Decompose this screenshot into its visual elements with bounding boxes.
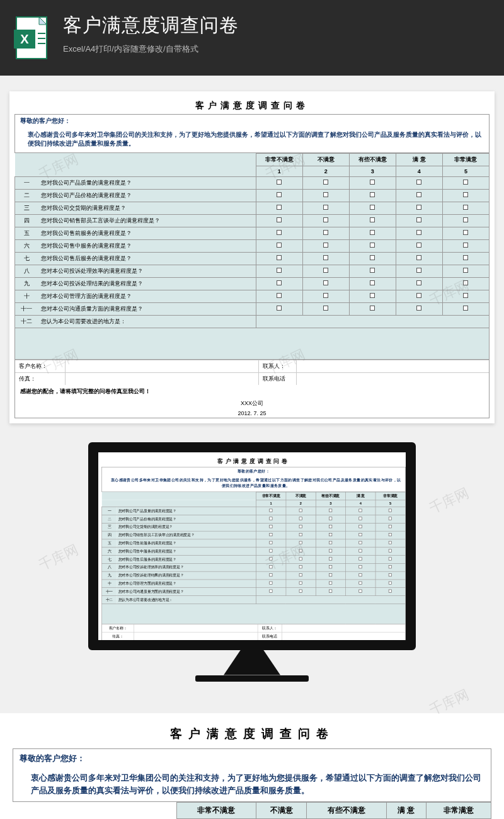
checkbox-cell[interactable] xyxy=(302,189,349,202)
checkbox-icon[interactable] xyxy=(463,280,468,285)
checkbox-icon[interactable] xyxy=(389,533,392,536)
checkbox-cell[interactable] xyxy=(442,277,489,290)
checkbox-icon[interactable] xyxy=(359,517,362,520)
checkbox-cell[interactable] xyxy=(346,515,375,523)
checkbox-cell[interactable] xyxy=(375,571,405,579)
checkbox-cell[interactable] xyxy=(396,202,442,214)
checkbox-cell[interactable] xyxy=(316,579,345,587)
checkbox-icon[interactable] xyxy=(329,517,332,520)
checkbox-cell[interactable] xyxy=(442,302,489,315)
checkbox-icon[interactable] xyxy=(323,243,328,248)
checkbox-cell[interactable] xyxy=(256,587,285,595)
checkbox-icon[interactable] xyxy=(323,205,328,210)
checkbox-cell[interactable] xyxy=(375,530,405,539)
checkbox-icon[interactable] xyxy=(370,243,375,248)
checkbox-icon[interactable] xyxy=(299,589,302,592)
checkbox-icon[interactable] xyxy=(269,589,272,592)
checkbox-icon[interactable] xyxy=(323,192,328,197)
checkbox-icon[interactable] xyxy=(463,192,468,197)
checkbox-cell[interactable] xyxy=(396,302,442,315)
checkbox-icon[interactable] xyxy=(370,293,375,298)
checkbox-icon[interactable] xyxy=(463,243,468,248)
checkbox-icon[interactable] xyxy=(416,255,421,260)
checkbox-icon[interactable] xyxy=(299,508,302,512)
checkbox-icon[interactable] xyxy=(389,525,392,528)
checkbox-cell[interactable] xyxy=(256,302,302,315)
checkbox-icon[interactable] xyxy=(416,243,421,248)
checkbox-cell[interactable] xyxy=(302,277,349,290)
checkbox-icon[interactable] xyxy=(329,533,332,536)
checkbox-cell[interactable] xyxy=(286,563,316,571)
checkbox-icon[interactable] xyxy=(269,525,272,528)
checkbox-icon[interactable] xyxy=(370,205,375,210)
checkbox-cell[interactable] xyxy=(349,290,396,302)
checkbox-cell[interactable] xyxy=(316,563,345,571)
checkbox-cell[interactable] xyxy=(375,579,405,587)
checkbox-icon[interactable] xyxy=(277,280,282,285)
checkbox-icon[interactable] xyxy=(269,581,272,584)
checkbox-cell[interactable] xyxy=(349,176,396,189)
checkbox-icon[interactable] xyxy=(329,573,332,576)
checkbox-icon[interactable] xyxy=(277,192,282,197)
checkbox-icon[interactable] xyxy=(389,581,392,584)
checkbox-icon[interactable] xyxy=(370,280,375,285)
checkbox-cell[interactable] xyxy=(256,227,302,239)
checkbox-cell[interactable] xyxy=(256,290,302,302)
checkbox-icon[interactable] xyxy=(269,549,272,552)
free-text-area[interactable] xyxy=(15,328,490,359)
checkbox-icon[interactable] xyxy=(277,180,282,185)
checkbox-icon[interactable] xyxy=(329,508,332,512)
checkbox-cell[interactable] xyxy=(316,523,345,531)
checkbox-icon[interactable] xyxy=(299,573,302,576)
checkbox-cell[interactable] xyxy=(302,302,349,315)
checkbox-icon[interactable] xyxy=(370,230,375,235)
checkbox-icon[interactable] xyxy=(277,293,282,298)
checkbox-cell[interactable] xyxy=(256,214,302,227)
checkbox-icon[interactable] xyxy=(299,557,302,560)
checkbox-cell[interactable] xyxy=(349,252,396,265)
checkbox-cell[interactable] xyxy=(442,214,489,227)
checkbox-cell[interactable] xyxy=(396,265,442,277)
checkbox-icon[interactable] xyxy=(269,508,272,512)
checkbox-cell[interactable] xyxy=(346,571,375,579)
checkbox-icon[interactable] xyxy=(463,230,468,235)
checkbox-icon[interactable] xyxy=(269,517,272,520)
checkbox-cell[interactable] xyxy=(286,539,316,547)
checkbox-cell[interactable] xyxy=(302,252,349,265)
checkbox-cell[interactable] xyxy=(349,202,396,214)
checkbox-icon[interactable] xyxy=(329,549,332,552)
checkbox-cell[interactable] xyxy=(375,563,405,571)
checkbox-icon[interactable] xyxy=(370,255,375,260)
checkbox-cell[interactable] xyxy=(442,239,489,252)
checkbox-icon[interactable] xyxy=(359,533,362,536)
checkbox-cell[interactable] xyxy=(256,523,285,531)
checkbox-icon[interactable] xyxy=(299,549,302,552)
checkbox-cell[interactable] xyxy=(286,523,316,531)
checkbox-icon[interactable] xyxy=(359,565,362,568)
checkbox-cell[interactable] xyxy=(316,571,345,579)
checkbox-cell[interactable] xyxy=(302,239,349,252)
checkbox-icon[interactable] xyxy=(299,533,302,536)
checkbox-cell[interactable] xyxy=(396,290,442,302)
checkbox-cell[interactable] xyxy=(302,265,349,277)
checkbox-icon[interactable] xyxy=(299,581,302,584)
checkbox-icon[interactable] xyxy=(463,217,468,222)
checkbox-cell[interactable] xyxy=(256,571,285,579)
checkbox-icon[interactable] xyxy=(323,268,328,273)
checkbox-icon[interactable] xyxy=(329,581,332,584)
checkbox-cell[interactable] xyxy=(316,507,345,515)
checkbox-icon[interactable] xyxy=(269,557,272,560)
checkbox-cell[interactable] xyxy=(396,252,442,265)
checkbox-icon[interactable] xyxy=(389,541,392,544)
checkbox-icon[interactable] xyxy=(323,255,328,260)
checkbox-cell[interactable] xyxy=(375,515,405,523)
checkbox-icon[interactable] xyxy=(269,533,272,536)
checkbox-cell[interactable] xyxy=(286,515,316,523)
checkbox-icon[interactable] xyxy=(416,280,421,285)
checkbox-cell[interactable] xyxy=(256,265,302,277)
checkbox-cell[interactable] xyxy=(346,579,375,587)
checkbox-icon[interactable] xyxy=(329,525,332,528)
checkbox-cell[interactable] xyxy=(286,547,316,555)
checkbox-icon[interactable] xyxy=(329,541,332,544)
checkbox-cell[interactable] xyxy=(442,227,489,239)
